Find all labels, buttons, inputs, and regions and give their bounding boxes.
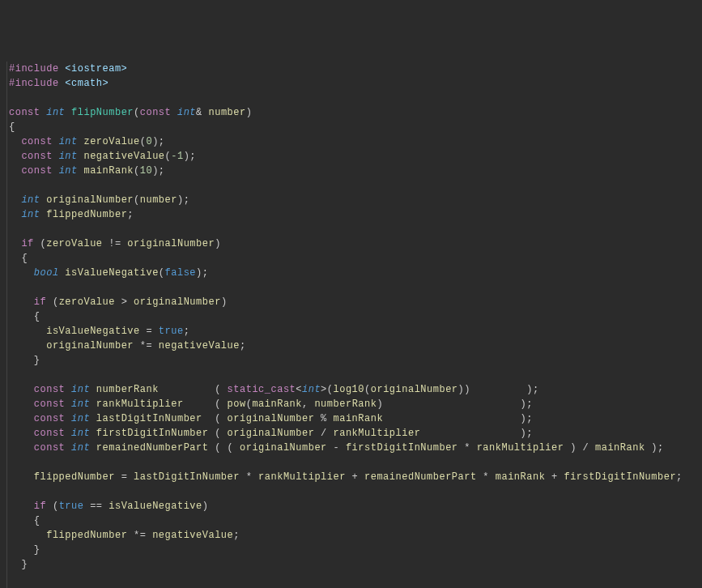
function-call: pow bbox=[228, 398, 246, 410]
code-line: } bbox=[9, 543, 696, 557]
keyword-if: if bbox=[21, 238, 33, 249]
code-line bbox=[9, 572, 696, 586]
type: bool bbox=[34, 267, 59, 279]
variable: rankMultiplier bbox=[258, 471, 346, 483]
code-line: bool isValueNegative(false); bbox=[9, 266, 696, 280]
code-line bbox=[9, 178, 696, 193]
variable: originalNumber bbox=[228, 428, 315, 439]
code-line: if (true == isValueNegative) bbox=[9, 499, 696, 513]
variable: firstDigitInNumber bbox=[96, 428, 209, 439]
keyword-const: const bbox=[140, 107, 172, 118]
variable: zeroValue bbox=[59, 296, 115, 308]
code-line: if (zeroValue > originalNumber) bbox=[9, 295, 696, 309]
header-name: <cmath> bbox=[65, 78, 108, 89]
variable: originalNumber bbox=[240, 442, 327, 454]
variable: negativeValue bbox=[83, 151, 164, 162]
keyword-const: const bbox=[34, 442, 66, 454]
code-line: isValueNegative = true; bbox=[9, 324, 696, 339]
code-line: int flippedNumber; bbox=[9, 207, 696, 222]
cast-operator: static_cast bbox=[228, 384, 296, 395]
type: int bbox=[302, 384, 321, 395]
variable: flippedNumber bbox=[34, 471, 115, 483]
keyword-const: const bbox=[34, 398, 66, 410]
type: int bbox=[177, 107, 196, 118]
bool-literal: true bbox=[59, 501, 84, 512]
code-line: const int remainedNumberPart ( ( origina… bbox=[9, 441, 696, 455]
code-line: } bbox=[9, 557, 696, 572]
type: int bbox=[71, 398, 90, 410]
code-line: flippedNumber = lastDigitInNumber * rank… bbox=[9, 470, 696, 484]
code-line: const int negativeValue(-1); bbox=[9, 149, 696, 164]
code-line: #include <iostream> bbox=[9, 62, 696, 76]
variable: firstDigitInNumber bbox=[346, 442, 458, 454]
bool-literal: true bbox=[159, 326, 184, 337]
keyword-const: const bbox=[34, 413, 66, 424]
code-line: #include <cmath> bbox=[9, 76, 696, 91]
variable: originalNumber bbox=[134, 296, 221, 308]
code-line: { bbox=[9, 251, 696, 266]
type: int bbox=[46, 107, 65, 118]
keyword-const: const bbox=[34, 384, 66, 395]
code-line bbox=[9, 368, 696, 382]
variable: firstDigitInNumber bbox=[564, 471, 676, 483]
variable: mainRank bbox=[252, 398, 302, 410]
code-line bbox=[9, 91, 696, 105]
variable: isValueNegative bbox=[65, 267, 159, 279]
code-line: const int flipNumber(const int& number) bbox=[9, 105, 696, 120]
type: int bbox=[71, 428, 90, 439]
code-line: const int mainRank(10); bbox=[9, 164, 696, 178]
variable: lastDigitInNumber bbox=[96, 413, 202, 424]
code-line bbox=[9, 484, 696, 499]
variable: mainRank bbox=[83, 165, 134, 177]
code-line bbox=[9, 455, 696, 470]
function-name: flipNumber bbox=[71, 107, 134, 118]
preprocessor: #include bbox=[9, 63, 59, 75]
code-line bbox=[9, 280, 696, 295]
type: int bbox=[71, 384, 90, 395]
number-literal: 10 bbox=[140, 165, 152, 177]
variable: remainedNumberPart bbox=[364, 471, 477, 483]
type: int bbox=[59, 165, 78, 177]
variable: mainRank bbox=[496, 471, 546, 483]
code-line: const int numberRank ( static_cast<int>(… bbox=[9, 382, 696, 397]
code-line: } bbox=[9, 353, 696, 368]
keyword-const: const bbox=[21, 165, 53, 177]
variable: remainedNumberPart bbox=[96, 442, 209, 454]
code-line: const int lastDigitInNumber ( originalNu… bbox=[9, 411, 696, 426]
keyword-const: const bbox=[21, 136, 53, 147]
variable: isValueNegative bbox=[108, 501, 202, 512]
code-line: { bbox=[9, 120, 696, 134]
code-line: int originalNumber(number); bbox=[9, 193, 696, 207]
variable: originalNumber bbox=[46, 340, 134, 352]
variable: numberRank bbox=[96, 384, 159, 395]
header-name: <iostream> bbox=[65, 63, 127, 75]
type: int bbox=[21, 194, 40, 206]
keyword-const: const bbox=[9, 107, 40, 118]
keyword-const: const bbox=[21, 151, 53, 162]
code-line: const int rankMultiplier ( pow(mainRank,… bbox=[9, 397, 696, 411]
code-line: originalNumber *= negativeValue; bbox=[9, 339, 696, 353]
keyword-const: const bbox=[34, 428, 66, 439]
code-editor[interactable]: #include <iostream>#include <cmath> cons… bbox=[6, 62, 696, 588]
variable: flippedNumber bbox=[46, 530, 127, 541]
variable: numberRank bbox=[314, 398, 377, 410]
preprocessor: #include bbox=[9, 78, 59, 89]
function-call: log10 bbox=[334, 384, 365, 395]
variable: lastDigitInNumber bbox=[134, 471, 240, 483]
variable: mainRank bbox=[595, 442, 645, 454]
variable: originalNumber bbox=[46, 194, 134, 206]
code-line: { bbox=[9, 513, 696, 528]
number-literal: 0 bbox=[146, 136, 152, 147]
keyword-if: if bbox=[34, 296, 46, 308]
variable: rankMultiplier bbox=[96, 398, 184, 410]
code-line: flippedNumber *= negativeValue; bbox=[9, 528, 696, 543]
variable: negativeValue bbox=[159, 340, 240, 352]
type: int bbox=[21, 209, 40, 220]
variable: isValueNegative bbox=[46, 326, 140, 337]
bool-literal: false bbox=[165, 267, 197, 279]
code-line: { bbox=[9, 309, 696, 324]
variable: flippedNumber bbox=[46, 209, 127, 220]
variable: originalNumber bbox=[228, 413, 315, 424]
variable: zeroValue bbox=[83, 136, 139, 147]
keyword-if: if bbox=[34, 501, 46, 512]
